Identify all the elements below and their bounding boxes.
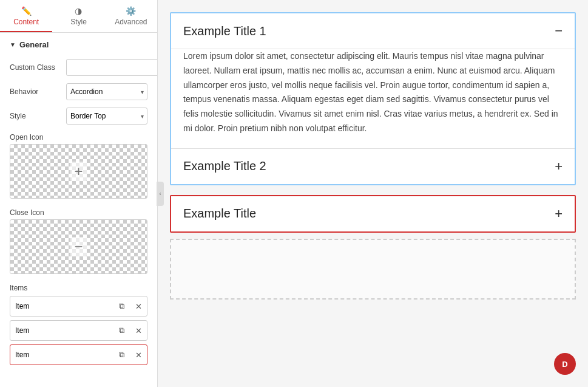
item-row-2: ⧉ ✕ (10, 320, 147, 341)
tab-style[interactable]: ◑ Style (52, 0, 104, 32)
accordion-header-3[interactable]: Example Title + (171, 196, 575, 231)
item-copy-btn-2[interactable]: ⧉ (113, 321, 130, 340)
content-icon: ✏️ (2, 6, 50, 16)
custom-class-row: Custom Class ▦ (0, 55, 157, 80)
accordion-minus-icon-1: − (555, 23, 563, 39)
item-input-2[interactable] (10, 321, 113, 340)
accordion-body-text-1: Lorem ipsum dolor sit amet, consectetur … (183, 49, 563, 136)
style-select[interactable]: Border Top Border Bottom Box None (66, 108, 147, 125)
tab-advanced[interactable]: ⚙️ Advanced (105, 0, 157, 32)
style-row: Style Border Top Border Bottom Box None … (0, 104, 157, 128)
accordion-header-1[interactable]: Example Title 1 − (171, 13, 575, 49)
general-section-header[interactable]: ▼ General (0, 33, 157, 55)
custom-class-label: Custom Class (10, 63, 61, 72)
accordion-item-2: Example Title 2 + (171, 149, 575, 184)
custom-class-input[interactable] (66, 59, 158, 76)
item-input-3[interactable] (10, 345, 113, 365)
item-copy-btn-3[interactable]: ⧉ (113, 345, 130, 365)
accordion-plus-icon-2: + (555, 159, 563, 174)
accordion-plus-icon-3: + (555, 206, 563, 222)
minus-icon: − (70, 237, 86, 256)
style-icon: ◑ (55, 6, 102, 16)
collapse-icon: ‹ (160, 191, 161, 197)
red-circle-label: D (562, 360, 567, 369)
collapse-handle[interactable]: ‹ (157, 182, 164, 206)
accordion-widget: Example Title 1 − Lorem ipsum dolor sit … (170, 12, 576, 185)
red-circle-button[interactable]: D (554, 353, 576, 375)
close-icon-label: Close Icon (0, 204, 157, 219)
open-icon-label: Open Icon (0, 128, 157, 144)
tabs: ✏️ Content ◑ Style ⚙️ Advanced (0, 0, 157, 33)
placeholder-box (170, 239, 576, 300)
left-panel: ✏️ Content ◑ Style ⚙️ Advanced ▼ General… (0, 0, 158, 387)
item-row-3: ⧉ ✕ (10, 344, 147, 365)
item-row-1: ⧉ ✕ (10, 296, 147, 317)
behavior-label: Behavior (10, 87, 61, 96)
behavior-select-wrap: Accordion Toggle None ▾ (66, 83, 147, 100)
panel-content: ▼ General Custom Class ▦ Behavior Accord… (0, 33, 157, 381)
tab-content[interactable]: ✏️ Content (0, 0, 52, 32)
style-select-wrap: Border Top Border Bottom Box None ▾ (66, 108, 147, 125)
items-label: Items (0, 279, 157, 296)
open-icon-placeholder: + (10, 144, 147, 199)
tab-content-label: Content (13, 18, 39, 26)
accordion-body-1: Lorem ipsum dolor sit amet, consectetur … (171, 49, 575, 148)
chevron-down-icon: ▼ (10, 41, 16, 48)
accordion-title-3: Example Title (183, 207, 256, 221)
style-label: Style (10, 112, 61, 120)
accordion-item-3: Example Title + (170, 195, 576, 233)
tab-advanced-label: Advanced (115, 18, 147, 26)
accordion-header-2[interactable]: Example Title 2 + (171, 149, 575, 184)
tab-style-label: Style (70, 18, 87, 26)
accordion-title-1: Example Title 1 (183, 24, 266, 38)
plus-icon: + (70, 162, 86, 181)
behavior-row: Behavior Accordion Toggle None ▾ (0, 80, 157, 104)
behavior-select[interactable]: Accordion Toggle None (66, 83, 147, 100)
item-copy-btn-1[interactable]: ⧉ (113, 296, 130, 316)
close-icon-placeholder: − (10, 219, 147, 274)
advanced-icon: ⚙️ (107, 6, 155, 16)
accordion-item-1: Example Title 1 − Lorem ipsum dolor sit … (171, 13, 575, 149)
right-panel: Example Title 1 − Lorem ipsum dolor sit … (158, 0, 588, 387)
custom-class-input-wrap: ▦ (66, 59, 158, 76)
section-title: General (19, 40, 49, 49)
item-delete-btn-1[interactable]: ✕ (130, 296, 147, 316)
item-delete-btn-2[interactable]: ✕ (130, 321, 147, 340)
item-delete-btn-3[interactable]: ✕ (130, 345, 147, 365)
accordion-title-2: Example Title 2 (183, 159, 266, 173)
item-input-1[interactable] (10, 296, 113, 316)
